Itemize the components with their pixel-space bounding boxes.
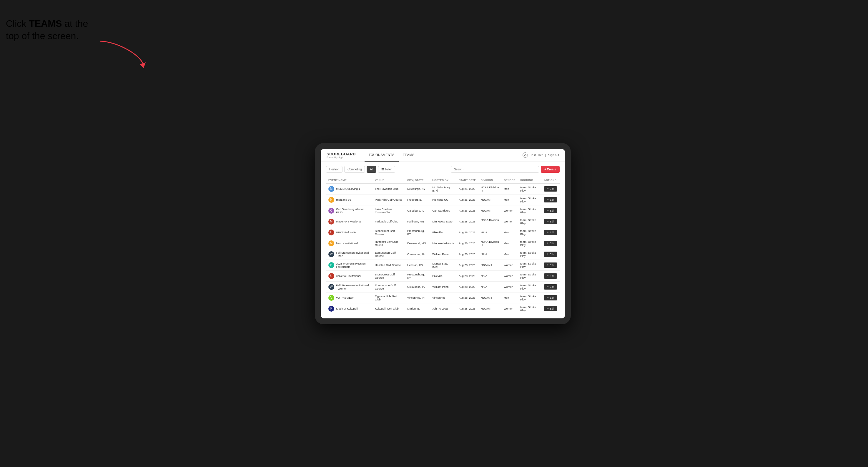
top-nav: SCOREBOARD Powered by clippit TOURNAMENT… (321, 149, 565, 162)
cell-hosted-by: John A Logan (430, 303, 456, 314)
edit-button[interactable]: Edit (544, 295, 557, 301)
table-row: H Highland 36 Park Hills Golf Course Fre… (326, 194, 560, 205)
edit-button[interactable]: Edit (544, 306, 557, 311)
cell-gender: Men (501, 227, 518, 238)
cell-division: NAIA (478, 249, 501, 259)
event-name-text: Carl Sandburg Women FA23 (336, 208, 370, 214)
cell-hosted-by: Carl Sandburg (430, 205, 456, 216)
cell-event-name: M Maverick Invitational (326, 216, 372, 227)
event-icon: H (329, 262, 334, 268)
cell-city-state: Oskaloosa, IA (405, 281, 430, 292)
edit-button[interactable]: Edit (544, 241, 557, 246)
cell-gender: Women (501, 303, 518, 314)
cell-venue: StoneCrest Golf Course (372, 271, 405, 281)
filter-bar: Hosting Competing All ☰ Filter + Create (326, 166, 560, 173)
cell-city-state: Freeport, IL (405, 194, 430, 205)
event-name-text: Klash at Kokopelli (336, 307, 359, 310)
cell-scoring: team, Stroke Play (518, 249, 541, 259)
tablet-screen: SCOREBOARD Powered by clippit TOURNAMENT… (321, 149, 565, 318)
cell-division: NAIA (478, 281, 501, 292)
cell-gender: Women (501, 259, 518, 271)
cell-division: NJCAA I (478, 194, 501, 205)
col-division: DIVISION (478, 177, 501, 184)
cell-hosted-by: William Penn (430, 249, 456, 259)
cell-scoring: team, Stroke Play (518, 281, 541, 292)
cell-division: NAIA (478, 271, 501, 281)
table-header-row: EVENT NAME VENUE CITY, STATE HOSTED BY S… (326, 177, 560, 184)
cell-city-state: Vincennes, IN (405, 292, 430, 303)
cell-city-state: Oskaloosa, IA (405, 249, 430, 259)
cell-actions: Edit (541, 183, 560, 194)
event-icon: M (329, 186, 334, 192)
edit-button[interactable]: Edit (544, 284, 557, 289)
cell-city-state: Hesston, KS (405, 259, 430, 271)
tab-tournaments[interactable]: TOURNAMENTS (365, 149, 399, 161)
cell-hosted-by: Vincennes (430, 292, 456, 303)
filter-label: Filter (385, 168, 392, 171)
table-row: K Klash at Kokopelli Kokopelli Golf Club… (326, 303, 560, 314)
cell-city-state: Marion, IL (405, 303, 430, 314)
cell-hosted-by: Murray State (OK) (430, 259, 456, 271)
cell-venue: Hesston Golf Course (372, 259, 405, 271)
event-name-text: 2023 Women's Hesston Fall Kickoff (336, 262, 370, 268)
cell-actions: Edit (541, 249, 560, 259)
col-start-date: START DATE (456, 177, 478, 184)
edit-button[interactable]: Edit (544, 186, 557, 192)
signout-link[interactable]: Sign out (548, 154, 559, 157)
cell-actions: Edit (541, 216, 560, 227)
create-button[interactable]: + Create (541, 166, 560, 173)
cell-division: NJCAA II (478, 292, 501, 303)
cell-actions: Edit (541, 281, 560, 292)
edit-button[interactable]: Edit (544, 273, 557, 279)
cell-hosted-by: Minnesota State (430, 216, 456, 227)
all-filter-btn[interactable]: All (367, 166, 376, 173)
edit-button[interactable]: Edit (544, 208, 557, 213)
instruction-text: Click TEAMS at the top of the screen. (6, 18, 100, 42)
app-logo: SCOREBOARD (327, 152, 356, 156)
event-name-text: UPKE Fall Invite (336, 231, 356, 234)
edit-button[interactable]: Edit (544, 219, 557, 224)
cell-venue: Park Hills Golf Course (372, 194, 405, 205)
svg-marker-0 (140, 62, 146, 68)
edit-button[interactable]: Edit (544, 252, 557, 257)
cell-scoring: team, Stroke Play (518, 194, 541, 205)
cell-scoring: team, Stroke Play (518, 271, 541, 281)
cell-event-name: U upike fall invitational (326, 271, 372, 281)
event-icon: W (329, 284, 334, 290)
cell-actions: Edit (541, 292, 560, 303)
event-icon: H (329, 197, 334, 203)
cell-venue: Edmundson Golf Course (372, 281, 405, 292)
tab-teams[interactable]: TEAMS (399, 149, 418, 161)
col-city-state: CITY, STATE (405, 177, 430, 184)
cell-gender: Men (501, 194, 518, 205)
cell-event-name: K Klash at Kokopelli (326, 303, 372, 314)
cell-hosted-by: Mt. Saint Mary (NY) (430, 183, 456, 194)
cell-gender: Women (501, 271, 518, 281)
nav-right: ⚙ Test User | Sign out (523, 152, 559, 158)
competing-filter-btn[interactable]: Competing (344, 166, 365, 173)
cell-city-state: Newburgh, NY (405, 183, 430, 194)
logo-area: SCOREBOARD Powered by clippit (327, 152, 356, 158)
edit-button[interactable]: Edit (544, 197, 557, 203)
cell-division: NCAA Division III (478, 183, 501, 194)
cell-venue: Cypress Hills Golf Club (372, 292, 405, 303)
nav-separator: | (545, 154, 546, 157)
user-label: Test User (530, 154, 542, 157)
cell-venue: Kokopelli Golf Club (372, 303, 405, 314)
cell-actions: Edit (541, 194, 560, 205)
hosting-filter-btn[interactable]: Hosting (326, 166, 342, 173)
edit-button[interactable]: Edit (544, 230, 557, 235)
edit-button[interactable]: Edit (544, 262, 557, 268)
cell-actions: Edit (541, 238, 560, 249)
search-input[interactable] (451, 166, 539, 173)
cell-division: NJCAA II (478, 259, 501, 271)
cell-start-date: Aug 24, 2023 (456, 183, 478, 194)
table-row: M MSMC Qualifying 1 The Powelton Club Ne… (326, 183, 560, 194)
settings-icon[interactable]: ⚙ (523, 152, 528, 158)
cell-start-date: Aug 28, 2023 (456, 216, 478, 227)
cell-actions: Edit (541, 271, 560, 281)
cell-scoring: team, Stroke Play (518, 216, 541, 227)
cell-event-name: V VU PREVIEW (326, 292, 372, 303)
cell-start-date: Aug 28, 2023 (456, 238, 478, 249)
filter-pill-btn[interactable]: ☰ Filter (378, 166, 395, 173)
